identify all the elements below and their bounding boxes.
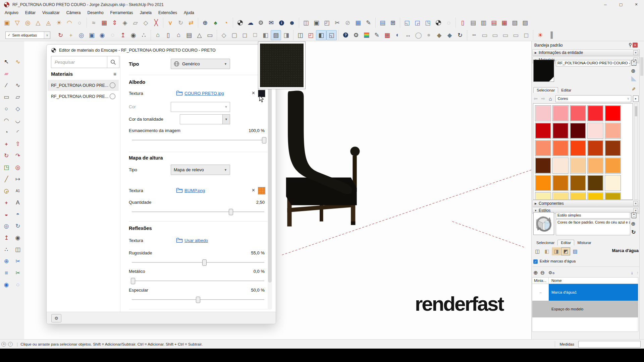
cube-view-2-icon[interactable]: ◲	[412, 18, 423, 28]
grid-plane-icon[interactable]: ▦	[353, 18, 363, 28]
dialog-scrollbar[interactable]	[268, 75, 272, 310]
close-section-button[interactable]: ✕	[633, 50, 638, 55]
axes-cut-icon[interactable]: ✂	[332, 18, 342, 28]
watermark-row[interactable]: Espaço do modelo	[532, 301, 638, 317]
position-camera-tool-icon[interactable]: ↥	[1, 232, 12, 244]
section-plane-tool-icon[interactable]: ◫	[12, 244, 23, 255]
style-name-field[interactable]: Estilo simples	[556, 212, 630, 219]
torus-tool-icon[interactable]: ◎	[22, 18, 33, 28]
folder-icon[interactable]	[176, 187, 183, 193]
window-minimize-button[interactable]: ─	[598, 0, 613, 9]
menu-arquivo[interactable]: Arquivo	[1, 9, 22, 16]
dialog-titlebar[interactable]: Editor de materiais do Enscape - RF_POLT…	[47, 45, 276, 56]
wireframe-style-icon[interactable]: ◻	[239, 30, 250, 40]
select-texture-icon[interactable]: ✎	[372, 30, 382, 40]
color-swatch[interactable]	[535, 158, 551, 174]
slider-handle[interactable]	[262, 137, 266, 143]
frame-3-icon[interactable]: ▭	[500, 30, 511, 40]
materials-tab-editar[interactable]: Editar	[558, 87, 574, 93]
report-chart-icon[interactable]: ◔	[221, 18, 231, 28]
pan-icon[interactable]: +	[66, 30, 76, 40]
move-down-icon[interactable]: ↓	[631, 270, 633, 275]
section-components[interactable]: ▶ Componentes ✕	[532, 200, 639, 207]
slider-handle[interactable]	[131, 278, 135, 284]
window-maximize-button[interactable]: ▢	[613, 0, 629, 9]
two-point-arc-tool-icon[interactable]: ◡	[12, 115, 23, 126]
menu-ferramentas[interactable]: Ferramentas	[107, 9, 137, 16]
feedback-mail-icon[interactable]: ✉	[266, 18, 276, 28]
section-fill-toggle-icon[interactable]: ◧	[316, 30, 326, 40]
styles-tab-misturar[interactable]: Misturar	[574, 240, 594, 245]
frame-4-icon[interactable]: ▭	[511, 30, 521, 40]
slider-handle[interactable]	[229, 209, 233, 215]
fade-slider[interactable]	[132, 137, 264, 143]
scrollbar-thumb[interactable]	[268, 77, 272, 283]
help-icon[interactable]: ?	[8, 342, 13, 347]
menu-janela[interactable]: Janela	[137, 9, 155, 16]
polygon-tool-icon[interactable]: ◇	[12, 103, 23, 115]
stamp-updown-icon[interactable]: ⇕	[109, 18, 120, 28]
protractor-tool-icon[interactable]: ◶	[1, 185, 12, 197]
sample-paint-icon[interactable]: ◣	[631, 74, 636, 82]
monochrome-style-icon[interactable]: ◨	[281, 30, 291, 40]
create-material-icon[interactable]: ⊕	[631, 68, 635, 74]
circle-white-icon[interactable]: ◯	[413, 30, 424, 40]
color-swatch[interactable]	[535, 140, 551, 156]
swap-sync-icon[interactable]: ⇄	[186, 18, 196, 28]
solid-tool-a-icon[interactable]: ◆	[434, 30, 444, 40]
color-swatch[interactable]	[570, 123, 586, 139]
about-info-icon[interactable]: i	[276, 18, 287, 28]
freehand-tool-icon[interactable]: ∿	[12, 79, 23, 91]
settings-gears-icon[interactable]: ⚙	[256, 18, 266, 28]
color-swatch[interactable]	[587, 175, 603, 191]
sample-paint-tool-icon[interactable]: ◓	[12, 208, 23, 220]
use-albedo-link[interactable]: Usar albedo	[184, 238, 208, 243]
color-swatch[interactable]	[587, 140, 603, 156]
funnel-tool-icon[interactable]: ▽	[12, 18, 22, 28]
active-style-thumbnail[interactable]	[533, 212, 554, 235]
circle-tool-icon[interactable]: ○	[1, 103, 12, 115]
scrollbar-thumb[interactable]	[640, 57, 643, 76]
color-swatch[interactable]	[605, 175, 621, 191]
export-doc-icon[interactable]: ▤	[489, 18, 499, 28]
hide-rest-icon[interactable]: ⊘	[342, 18, 353, 28]
color-swatch[interactable]	[605, 123, 621, 139]
back-arrow-icon[interactable]: ⇦	[534, 96, 538, 101]
spotlight-tool-icon[interactable]: ◬	[43, 18, 54, 28]
color-swatch[interactable]	[552, 192, 569, 200]
hidden-line-style-icon[interactable]: □	[250, 30, 260, 40]
pin-icon[interactable]	[629, 43, 632, 48]
color-swatch[interactable]	[605, 192, 621, 200]
tray-titlebar[interactable]: Bandeja padrão	[532, 41, 639, 49]
add-watermark-button[interactable]: ⊕	[533, 269, 538, 276]
enscape-materials-icon[interactable]	[235, 18, 245, 28]
flip-edge-icon[interactable]: ╳	[151, 18, 161, 28]
color-swatch[interactable]	[535, 175, 551, 191]
armchair-model[interactable]	[286, 90, 360, 226]
back-edges-style-icon[interactable]: ▢	[229, 30, 239, 40]
sphere-tool-icon[interactable]: ○	[74, 18, 85, 28]
subtract-tool-icon[interactable]: ◌	[12, 279, 23, 291]
orbit-tool-icon[interactable]: ↻	[12, 220, 23, 232]
terrain-scratch-icon[interactable]: ▦	[99, 18, 109, 28]
offset-tool-icon[interactable]: ◎	[12, 162, 23, 173]
move-tool-icon[interactable]: +	[1, 138, 12, 150]
color-swatch[interactable]	[587, 192, 603, 200]
enscape-ball-icon[interactable]	[433, 18, 443, 28]
color-swatch[interactable]	[535, 192, 551, 200]
terrain-contours-icon[interactable]: ≈	[89, 18, 99, 28]
look-around-icon[interactable]: ◉	[128, 30, 139, 40]
show-watermarks-checkbox[interactable]: ✓	[533, 259, 538, 264]
freehand-sketch-icon[interactable]: ∿	[12, 56, 23, 68]
smoove-icon[interactable]: ◈	[120, 18, 130, 28]
clear-texture-button[interactable]: ✕	[252, 90, 255, 96]
tray-close-button[interactable]: ✕	[633, 43, 638, 48]
position-camera-icon[interactable]: ↥	[118, 30, 128, 40]
tags-dropdown[interactable]: ✓ Sem etiquetas ∨	[5, 32, 50, 39]
geolocation-icon[interactable]: ⊕	[1, 342, 6, 347]
close-section-button[interactable]: ✕	[633, 208, 638, 213]
color-swatch[interactable]	[587, 105, 603, 121]
tray-scrollbar[interactable]	[639, 49, 644, 339]
replace-material-icon[interactable]: ▦	[382, 30, 392, 40]
back-edges-view-icon[interactable]: ▯	[163, 30, 173, 40]
